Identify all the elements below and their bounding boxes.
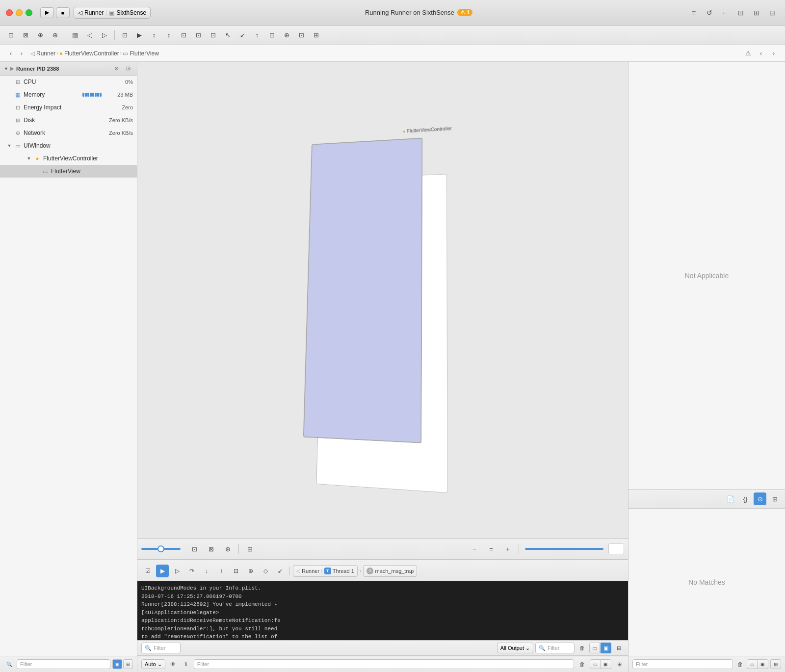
console-filter-left[interactable]: 🔍 Filter [141,643,181,653]
toolbar-btn-14[interactable]: ⊡ [206,28,220,42]
toolbar-btn-5[interactable]: ▦ [68,28,82,42]
br-seg-2[interactable]: ▣ [758,659,768,669]
scheme-selector[interactable]: ◁ Runner | ▣ SixthSense [74,7,151,19]
warning-badge[interactable]: ⚠ 1 [457,9,472,16]
toolbar-btn-20[interactable]: ⊡ [294,28,308,42]
nav-warning-button[interactable]: ⚠ [743,48,754,59]
toolbar-btn-2[interactable]: ⊠ [19,28,32,42]
console-filter-right[interactable]: 🔍 Filter [535,643,575,653]
br-trash-btn[interactable]: 🗑 [735,659,745,669]
toolbar-btn-3[interactable]: ⊕ [33,28,47,42]
rpt-grid-btn[interactable]: ⊞ [768,492,781,505]
toolbar-btn-16[interactable]: ↙ [236,28,249,42]
stop-button[interactable]: ■ [56,7,70,18]
rpt-circle-btn[interactable]: ⊙ [754,492,766,505]
refresh-icon[interactable]: ↺ [703,7,716,18]
toolbar-btn-7[interactable]: ▷ [98,28,111,42]
bci-eye-btn[interactable]: 👁 [168,659,178,669]
rpt-doc-btn[interactable]: 📄 [724,492,737,505]
toolbar-btn-10[interactable]: ↕ [147,28,161,42]
bc-trash-btn[interactable]: 🗑 [577,659,587,669]
toolbar-btn-11[interactable]: ↕ [162,28,176,42]
breadcrumb-flutter-vc[interactable]: ● FlutterViewController [59,50,119,57]
debug-step-down-btn[interactable]: ↓ [200,565,213,577]
pause-button[interactable]: ▶ [40,7,54,18]
hamburger-icon[interactable]: ≡ [687,7,701,18]
toolbar-btn-12[interactable]: ⊡ [177,28,190,42]
debug-step-over-btn[interactable]: ▷ [171,565,183,577]
bli-btn-1[interactable]: ▣ [112,659,122,669]
debug-share-btn[interactable]: ⊕ [244,565,257,577]
layout1-icon[interactable]: ⊡ [734,7,748,18]
debug-locate-btn[interactable]: ◇ [259,565,272,577]
layout3-icon[interactable]: ⊟ [765,7,779,18]
bottom-right-filter[interactable]: Filter [632,659,733,669]
bc-seg-2[interactable]: ▣ [601,659,611,669]
console-area[interactable]: UIBackgroundModes in your Info.plist. 20… [137,581,628,640]
br-seg-1[interactable]: ▭ [747,659,758,669]
toolbar-btn-13[interactable]: ⊡ [191,28,205,42]
bottom-slider[interactable] [525,548,603,550]
debug-item-flutter-view[interactable]: ▭ FlutterView [0,165,137,178]
debug-step-btn[interactable]: ▶ [156,565,169,577]
thread-trap-indicator[interactable]: 0 mach_msg_trap [363,565,417,577]
view-white-toggle[interactable] [608,543,624,554]
output-selector[interactable]: All Output ⌄ [497,643,533,653]
view-toggle-2[interactable]: ⊠ [204,542,218,556]
debug-item-cpu[interactable]: ⊞ CPU 0% [0,76,137,88]
toolbar-btn-6[interactable]: ◁ [83,28,97,42]
bottom-left-filter[interactable]: Filter [17,659,110,669]
toolbar-btn-18[interactable]: ⊡ [265,28,279,42]
debug-step-up-btn[interactable]: ↑ [215,565,228,577]
minimize-button[interactable] [16,9,23,16]
console-seg-2[interactable]: ▣ [601,643,611,653]
view-plus-btn[interactable]: + [501,542,515,556]
debug-item-energy[interactable]: ⊡ Energy Impact Zero [0,101,137,114]
bci-info-btn[interactable]: ℹ [181,659,191,669]
console-seg-1[interactable]: ▭ [589,643,600,653]
view-minus-btn[interactable]: − [468,542,481,556]
br-grid-btn[interactable]: ⊞ [770,659,781,669]
zoom-slider[interactable] [141,548,181,550]
nav-chevron-left[interactable]: ‹ [756,48,766,59]
debug-item-memory[interactable]: ▦ Memory 23 MB [0,88,137,101]
toolbar-btn-21[interactable]: ⊞ [309,28,323,42]
bottom-center-filter[interactable]: Filter [194,659,574,669]
maximize-button[interactable] [26,9,32,16]
close-button[interactable] [6,9,13,16]
back-nav-icon[interactable]: ← [718,7,732,18]
toolbar-btn-17[interactable]: ↑ [250,28,264,42]
debug-frame-btn[interactable]: ⊡ [230,565,242,577]
console-grid-btn[interactable]: ⊞ [613,643,624,653]
bli-btn-2[interactable]: ⊞ [123,659,133,669]
panel-header-icon-1[interactable]: ⊙ [111,64,121,74]
nav-back-button[interactable]: ‹ [6,49,16,58]
toolbar-btn-4[interactable]: ⊕ [48,28,62,42]
toolbar-btn-9[interactable]: ▶ [132,28,146,42]
toolbar-btn-15[interactable]: ↖ [221,28,235,42]
panel-header-icon-2[interactable]: ⊡ [123,64,133,74]
debug-item-flutter-vc[interactable]: ▼ ● FlutterViewController [0,152,137,165]
debug-step-into-btn[interactable]: ↷ [185,565,198,577]
debug-item-network[interactable]: ⊕ Network Zero KB/s [0,127,137,139]
layout2-icon[interactable]: ⊞ [750,7,763,18]
nav-chevron-right[interactable]: › [768,48,779,59]
rpt-code-btn[interactable]: {} [739,492,752,505]
debug-toggle-btn[interactable]: ☑ [141,565,154,577]
zoom-slider-thumb[interactable] [157,545,164,552]
view-toggle-1[interactable]: ⊡ [187,542,201,556]
view-grid-toggle[interactable]: ⊞ [243,542,257,556]
auto-selector[interactable]: Auto ⌄ [141,659,165,669]
bc-grid-btn[interactable]: ⊞ [614,659,624,669]
toolbar-btn-1[interactable]: ⊡ [4,28,18,42]
breadcrumb-flutter-view[interactable]: ▭ FlutterView [123,50,159,57]
debug-pin-btn[interactable]: ↙ [274,565,287,577]
console-trash-btn[interactable]: 🗑 [576,643,587,653]
debug-item-uiwindow[interactable]: ▼ ▭ UIWindow [0,139,137,152]
view-toggle-3[interactable]: ⊕ [221,542,235,556]
debug-item-disk[interactable]: ⊠ Disk Zero KB/s [0,114,137,127]
debug-breadcrumb[interactable]: ◁ Runner › T Thread 1 [293,565,358,577]
view-equals-btn[interactable]: = [484,542,498,556]
toolbar-btn-8[interactable]: ⊡ [118,28,131,42]
toolbar-btn-19[interactable]: ⊕ [280,28,293,42]
